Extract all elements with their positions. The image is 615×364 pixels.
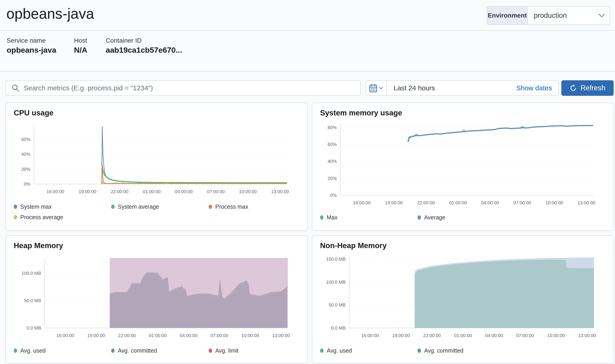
legend-item[interactable]: System average xyxy=(111,203,209,211)
svg-text:20%: 20% xyxy=(21,167,30,172)
legend-dot-icon xyxy=(418,349,421,353)
cpu-usage-chart: 0%20%40%60%16:00:0019:00:0022:00:0001:00… xyxy=(11,121,303,197)
svg-text:04:00:00: 04:00:00 xyxy=(175,189,193,194)
svg-text:13:00:00: 13:00:00 xyxy=(272,333,290,338)
legend-label: Average xyxy=(424,214,445,221)
svg-text:04:00:00: 04:00:00 xyxy=(485,333,503,338)
svg-text:19:00:00: 19:00:00 xyxy=(385,200,403,205)
non-heap-memory-chart: 0.0 MB50.0 MB100.0 MB150.0 MB16:00:0019:… xyxy=(317,254,611,343)
date-picker-button[interactable] xyxy=(366,80,387,96)
svg-text:13:00:00: 13:00:00 xyxy=(271,189,289,194)
svg-text:16:00:00: 16:00:00 xyxy=(353,200,371,205)
svg-text:100.0 MB: 100.0 MB xyxy=(326,280,346,285)
container-id-label: Container ID xyxy=(106,37,142,44)
svg-text:04:00:00: 04:00:00 xyxy=(481,200,499,205)
system-memory-chart: 0%20%40%60%80%16:00:0019:00:0022:00:0001… xyxy=(317,121,611,210)
environment-select-label: Environment xyxy=(487,7,528,24)
non-heap-memory-panel: Non-Heap Memory 0.0 MB50.0 MB100.0 MB150… xyxy=(312,235,614,364)
legend-label: Process max xyxy=(215,203,248,210)
svg-text:0%: 0% xyxy=(330,193,337,198)
svg-text:01:00:00: 01:00:00 xyxy=(149,333,167,338)
legend-dot-icon xyxy=(14,349,17,353)
non-heap-memory-legend: Avg. usedAvg. committed xyxy=(320,346,609,355)
system-memory-legend: MaxAverage xyxy=(320,213,609,221)
legend-item[interactable]: Process average xyxy=(14,213,111,221)
svg-text:19:00:00: 19:00:00 xyxy=(392,333,410,338)
svg-text:10:00:00: 10:00:00 xyxy=(545,200,563,205)
svg-text:60%: 60% xyxy=(21,137,30,142)
heap-memory-title: Heap Memory xyxy=(14,241,63,250)
svg-text:22:00:00: 22:00:00 xyxy=(111,189,129,194)
legend-label: Avg. committed xyxy=(118,347,157,354)
page-title: opbeans-java xyxy=(6,5,94,22)
svg-text:0.0 MB: 0.0 MB xyxy=(27,325,41,330)
svg-text:50.0 MB: 50.0 MB xyxy=(24,298,41,303)
legend-item[interactable]: Avg. used xyxy=(14,346,111,355)
apm-service-metrics-page: opbeans-java Environment production Serv… xyxy=(0,0,615,364)
svg-text:10:00:00: 10:00:00 xyxy=(547,333,565,338)
legend-dot-icon xyxy=(320,349,324,353)
header-divider xyxy=(0,30,615,31)
legend-dot-icon xyxy=(418,215,421,220)
heap-memory-panel: Heap Memory 0.0 MB50.0 MB100.0 MB16:00:0… xyxy=(5,235,308,364)
host-label: Host xyxy=(74,37,87,44)
calendar-icon xyxy=(369,84,377,92)
info-divider xyxy=(0,71,615,72)
non-heap-memory-title: Non-Heap Memory xyxy=(320,241,387,250)
legend-label: Avg. used xyxy=(327,347,352,354)
svg-text:01:00:00: 01:00:00 xyxy=(143,189,161,194)
cpu-usage-panel: CPU usage 0%20%40%60%16:00:0019:00:0022:… xyxy=(5,103,308,231)
service-name-label: Service name xyxy=(7,37,46,44)
legend-dot-icon xyxy=(209,205,212,209)
service-name-value: opbeans-java xyxy=(7,46,56,54)
svg-text:16:00:00: 16:00:00 xyxy=(47,189,64,194)
svg-text:10:00:00: 10:00:00 xyxy=(239,189,257,194)
svg-text:60%: 60% xyxy=(328,142,337,147)
legend-label: Avg. committed xyxy=(424,347,464,354)
cpu-usage-legend: System maxSystem averageProcess maxProce… xyxy=(14,203,303,221)
legend-label: System average xyxy=(118,203,159,210)
chevron-down-icon xyxy=(594,7,610,24)
legend-item[interactable]: Process max xyxy=(209,203,303,211)
cpu-usage-title: CPU usage xyxy=(14,109,54,117)
legend-dot-icon xyxy=(209,349,212,353)
svg-text:150.0 MB: 150.0 MB xyxy=(326,257,346,262)
refresh-button[interactable]: Refresh xyxy=(561,80,614,96)
legend-item[interactable]: Avg. limit xyxy=(209,346,303,355)
environment-select[interactable]: Environment production xyxy=(487,6,610,25)
svg-text:22:00:00: 22:00:00 xyxy=(417,200,435,205)
legend-item[interactable]: Avg. committed xyxy=(111,346,209,355)
svg-text:13:00:00: 13:00:00 xyxy=(578,333,596,338)
legend-item[interactable]: Avg. used xyxy=(320,346,418,355)
svg-text:22:00:00: 22:00:00 xyxy=(423,333,441,338)
legend-label: System max xyxy=(20,203,52,210)
legend-item[interactable]: System max xyxy=(14,203,111,211)
legend-label: Process average xyxy=(20,214,63,221)
time-range-value: Last 24 hours xyxy=(387,84,516,92)
svg-text:40%: 40% xyxy=(328,159,337,164)
svg-text:100.0 MB: 100.0 MB xyxy=(21,271,41,276)
legend-item[interactable]: Max xyxy=(320,213,418,221)
chevron-down-icon xyxy=(379,87,383,89)
legend-label: Avg. limit xyxy=(215,347,238,354)
time-range-field[interactable]: Last 24 hours Show dates xyxy=(387,80,559,96)
system-memory-panel: System memory usage 0%20%40%60%80%16:00:… xyxy=(312,103,614,231)
svg-text:0%: 0% xyxy=(24,182,30,187)
legend-item[interactable]: Average xyxy=(418,213,515,221)
search-input[interactable] xyxy=(20,84,360,92)
svg-text:50.0 MB: 50.0 MB xyxy=(329,302,346,307)
legend-item[interactable]: Avg. committed xyxy=(418,346,515,355)
system-memory-title: System memory usage xyxy=(320,109,402,117)
svg-text:80%: 80% xyxy=(328,125,337,130)
svg-text:16:00:00: 16:00:00 xyxy=(361,333,379,338)
svg-text:07:00:00: 07:00:00 xyxy=(513,200,531,205)
search-metrics-box xyxy=(5,80,361,96)
show-dates-link[interactable]: Show dates xyxy=(516,84,558,92)
search-icon xyxy=(11,84,20,92)
host-value: N/A xyxy=(74,46,87,54)
svg-text:0.0 MB: 0.0 MB xyxy=(331,325,346,330)
svg-text:16:00:00: 16:00:00 xyxy=(56,333,74,338)
svg-text:20%: 20% xyxy=(328,176,337,181)
svg-text:40%: 40% xyxy=(21,152,30,157)
svg-text:07:00:00: 07:00:00 xyxy=(516,333,534,338)
